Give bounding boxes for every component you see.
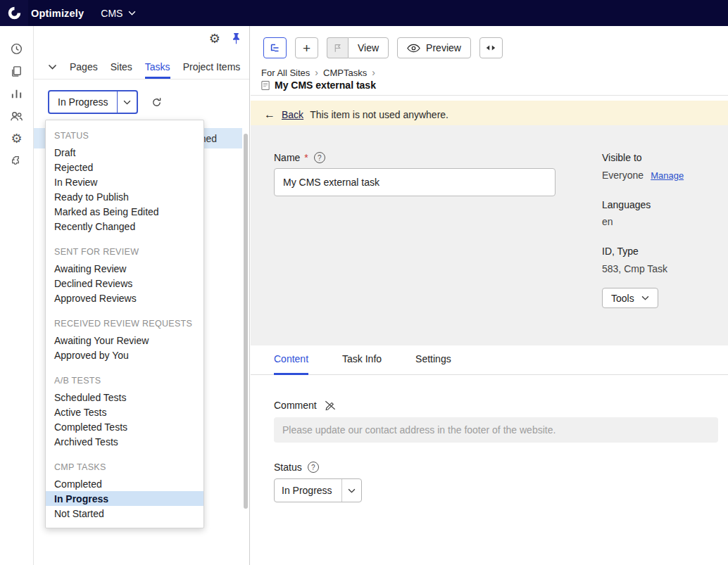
status-select[interactable]: In Progress bbox=[274, 478, 362, 502]
editor-toolbar: + View Preview bbox=[263, 37, 503, 58]
status-help-icon[interactable]: ? bbox=[308, 462, 319, 473]
recent-items-button[interactable] bbox=[10, 42, 24, 56]
dropdown-item[interactable]: Completed bbox=[46, 476, 203, 491]
breadcrumb: For All Sites › CMPTasks › bbox=[261, 67, 375, 78]
plus-icon: + bbox=[303, 42, 310, 55]
view-button[interactable]: View bbox=[348, 37, 389, 58]
status-select-value: In Progress bbox=[275, 479, 341, 502]
add-content-button[interactable]: + bbox=[295, 37, 318, 58]
id-type-value: 583, Cmp Task bbox=[602, 263, 667, 274]
dropdown-section-header: A/B TESTS bbox=[46, 362, 203, 390]
main-content: + View Preview For All Sites › CMPTasks … bbox=[251, 26, 728, 565]
dropdown-item[interactable]: Scheduled Tests bbox=[46, 390, 203, 405]
dropdown-item[interactable]: Active Tests bbox=[46, 405, 203, 419]
manage-link[interactable]: Manage bbox=[651, 170, 684, 181]
comment-label: Comment bbox=[274, 400, 317, 411]
dropdown-item[interactable]: Awaiting Your Review bbox=[46, 333, 203, 348]
breadcrumb-cmptasks[interactable]: CMPTasks bbox=[323, 68, 367, 78]
tab-pages[interactable]: Pages bbox=[70, 55, 98, 79]
dropdown-section-header: STATUS bbox=[46, 125, 203, 145]
tab-sites[interactable]: Sites bbox=[111, 55, 132, 79]
dropdown-item[interactable]: Awaiting Review bbox=[46, 261, 203, 276]
refresh-icon[interactable] bbox=[151, 96, 163, 108]
comment-label-row: Comment bbox=[274, 400, 337, 411]
content-tab-bar: Content Task Info Settings bbox=[251, 345, 728, 375]
dropdown-item[interactable]: Approved by You bbox=[46, 348, 203, 362]
dropdown-item[interactable]: Archived Tests bbox=[46, 434, 203, 449]
usage-notice-bar: ← Back This item is not used anywhere. bbox=[251, 101, 728, 129]
required-asterisk: * bbox=[304, 152, 308, 163]
panel-scrollbar[interactable] bbox=[244, 134, 248, 509]
tools-button[interactable]: Tools bbox=[602, 288, 658, 308]
users-button[interactable] bbox=[10, 109, 24, 123]
dropdown-item[interactable]: Ready to Publish bbox=[46, 189, 203, 204]
view-button-group: View bbox=[327, 37, 389, 58]
dropdown-section-header: CMP TASKS bbox=[46, 449, 203, 476]
dropdown-item[interactable]: Declined Reviews bbox=[46, 276, 203, 291]
chevron-down-icon bbox=[641, 296, 649, 300]
toggle-fullwidth-button[interactable] bbox=[479, 37, 503, 58]
breadcrumb-for-all-sites[interactable]: For All Sites bbox=[261, 68, 310, 78]
global-icon-rail: ⚙ bbox=[0, 26, 34, 565]
breadcrumb-separator: › bbox=[315, 67, 318, 78]
dropdown-item[interactable]: Rejected bbox=[46, 160, 203, 174]
dropdown-item[interactable]: Approved Reviews bbox=[46, 291, 203, 305]
toggle-navigation-tree-button[interactable] bbox=[263, 37, 287, 58]
visible-to-label: Visible to bbox=[602, 152, 642, 163]
app-switcher-label: CMS bbox=[101, 8, 123, 19]
status-label-row: Status ? bbox=[274, 462, 319, 473]
breadcrumb-separator: › bbox=[372, 67, 375, 78]
status-label: Status bbox=[274, 462, 302, 473]
app-switcher-cms[interactable]: CMS bbox=[101, 8, 136, 19]
optimizely-logo[interactable] bbox=[0, 0, 28, 26]
task-status-filter-select[interactable]: In Progress bbox=[48, 90, 138, 114]
back-arrow-icon[interactable]: ← bbox=[264, 109, 275, 120]
dropdown-item[interactable]: In Review bbox=[46, 174, 203, 189]
tab-project-items[interactable]: Project Items bbox=[183, 55, 241, 79]
people-icon bbox=[10, 110, 23, 123]
dropdown-item[interactable]: Marked as Being Edited bbox=[46, 204, 203, 219]
visible-to-value: Everyone bbox=[602, 170, 644, 181]
preview-button[interactable]: Preview bbox=[397, 37, 471, 58]
name-help-icon[interactable]: ? bbox=[314, 152, 325, 163]
panel-settings-gear-icon[interactable]: ⚙ bbox=[209, 32, 220, 45]
settings-button[interactable]: ⚙ bbox=[10, 132, 24, 146]
name-input[interactable] bbox=[274, 168, 556, 196]
status-filter-dropdown-menu: STATUS Draft Rejected In Review Ready to… bbox=[45, 120, 204, 528]
page-title-row: My CMS external task bbox=[261, 80, 376, 91]
dropdown-item[interactable]: Recently Changed bbox=[46, 219, 203, 234]
pages-button[interactable] bbox=[10, 64, 24, 78]
comment-placeholder: Please update our contact address in the… bbox=[282, 424, 556, 436]
id-type-label: ID, Type bbox=[602, 246, 639, 257]
tab-task-info[interactable]: Task Info bbox=[342, 353, 382, 375]
comment-textarea[interactable]: Please update our contact address in the… bbox=[274, 417, 718, 443]
top-bar: Optimizely CMS bbox=[0, 0, 728, 26]
reports-button[interactable] bbox=[10, 87, 24, 101]
page-icon bbox=[261, 80, 270, 91]
dropdown-item[interactable]: Draft bbox=[46, 145, 203, 160]
tree-list-icon bbox=[269, 42, 282, 54]
page-title: My CMS external task bbox=[275, 80, 376, 91]
tab-settings[interactable]: Settings bbox=[415, 353, 451, 375]
task-status-filter-value: In Progress bbox=[49, 91, 117, 113]
chevron-down-icon bbox=[117, 91, 137, 113]
dropdown-item-selected[interactable]: In Progress bbox=[46, 491, 203, 506]
add-ons-button[interactable] bbox=[10, 154, 24, 168]
gear-icon: ⚙ bbox=[11, 132, 22, 146]
back-link[interactable]: Back bbox=[282, 109, 303, 120]
task-filter-row: In Progress bbox=[48, 89, 249, 115]
puzzle-icon bbox=[11, 155, 23, 167]
brand-name: Optimizely bbox=[31, 8, 84, 19]
collapse-panel-chevron-icon[interactable] bbox=[48, 64, 57, 70]
notice-message: This item is not used anywhere. bbox=[310, 109, 448, 120]
name-label: Name bbox=[274, 152, 300, 163]
dropdown-section-header: SENT FOR REVIEW bbox=[46, 234, 203, 261]
languages-label: Languages bbox=[602, 199, 651, 210]
tab-content[interactable]: Content bbox=[274, 353, 308, 375]
preview-button-label: Preview bbox=[426, 42, 461, 53]
dropdown-item[interactable]: Not Started bbox=[46, 506, 203, 521]
tab-tasks[interactable]: Tasks bbox=[145, 55, 170, 79]
dropdown-item[interactable]: Completed Tests bbox=[46, 419, 203, 434]
name-label-row: Name * ? bbox=[274, 152, 325, 163]
pin-panel-icon[interactable] bbox=[232, 32, 241, 45]
